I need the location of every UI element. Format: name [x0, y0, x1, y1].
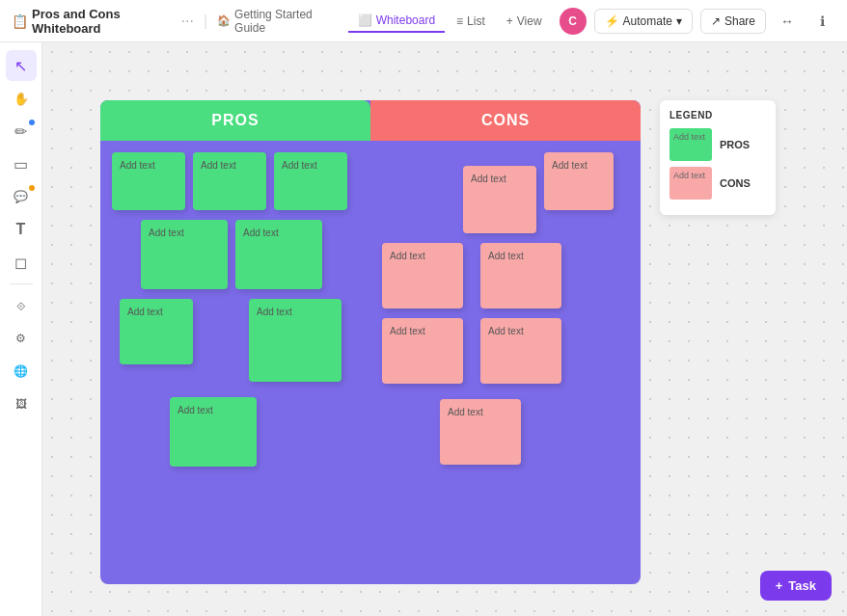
- pros-column: PROS Add text Add text Add text: [100, 100, 370, 584]
- cons-note-1[interactable]: Add text: [463, 166, 536, 233]
- automate-chevron: ▾: [676, 14, 682, 28]
- top-nav: 📋 Pros and Cons Whiteboard ··· | 🏠 Getti…: [0, 0, 847, 42]
- tab-whiteboard[interactable]: ⬜ Whiteboard: [348, 10, 445, 33]
- rect-icon: ▭: [14, 155, 28, 174]
- pros-note-7[interactable]: Add text: [249, 299, 342, 382]
- flow-icon: ⟐: [16, 297, 26, 314]
- cons-note-3[interactable]: Add text: [382, 243, 463, 308]
- legend-cons-label: CONS: [720, 177, 751, 189]
- avatar: C: [560, 8, 587, 35]
- pros-row1: Add text Add text Add text: [112, 152, 359, 210]
- share-icon: ↗: [711, 14, 721, 28]
- comment-dot: [29, 185, 35, 191]
- legend-pros-label: PROS: [720, 139, 750, 150]
- task-button[interactable]: + Task: [760, 571, 832, 601]
- eraser-icon: ◻: [14, 254, 27, 272]
- nav-right-actions: C ⚡ Automate ▾ ↗ Share ↔ ℹ: [560, 8, 835, 35]
- tab-list[interactable]: ≡ List: [447, 11, 495, 32]
- pros-body: Add text Add text Add text Add text: [100, 141, 370, 584]
- pros-row2: Add text Add text: [141, 220, 359, 289]
- legend-cons-box: Add text: [669, 167, 712, 200]
- tool-cursor[interactable]: ↖: [6, 50, 37, 81]
- cons-row1: Add text Add text: [382, 152, 629, 233]
- tool-rect[interactable]: ▭: [6, 148, 37, 179]
- tool-globe[interactable]: 🌐: [6, 356, 37, 387]
- comment-icon: 💬: [14, 190, 28, 203]
- breadcrumb-icon: 🏠: [217, 14, 231, 27]
- hand-icon: ✋: [14, 92, 29, 106]
- tool-eraser[interactable]: ◻: [6, 247, 37, 278]
- people-icon: ⚙: [15, 332, 26, 345]
- legend-title: LEGEND: [669, 110, 766, 121]
- pros-note-1[interactable]: Add text: [112, 152, 185, 210]
- pros-header: PROS: [100, 100, 370, 141]
- tool-hand[interactable]: ✋: [6, 83, 37, 114]
- list-icon: ≡: [456, 14, 463, 28]
- pros-note-3[interactable]: Add text: [274, 152, 347, 210]
- info-button[interactable]: ℹ: [808, 8, 835, 35]
- automate-icon: ⚡: [605, 14, 619, 28]
- nav-sep1: |: [204, 13, 207, 30]
- pros-note-4[interactable]: Add text: [141, 220, 228, 289]
- whiteboard-content: PROS Add text Add text Add text: [100, 100, 641, 584]
- task-plus-icon: +: [776, 578, 783, 593]
- app-title: 📋 Pros and Cons Whiteboard: [12, 7, 174, 36]
- share-button[interactable]: ↗ Share: [700, 9, 766, 34]
- pros-note-5[interactable]: Add text: [235, 220, 322, 289]
- cons-note-7[interactable]: Add text: [440, 399, 521, 465]
- legend-item-pros: Add text PROS: [669, 128, 766, 161]
- tool-image[interactable]: 🖼: [6, 388, 37, 419]
- text-icon: T: [16, 221, 26, 238]
- cons-column: CONS Add text Add text: [370, 100, 641, 584]
- pencil-dot: [29, 120, 35, 125]
- canvas-area[interactable]: PROS Add text Add text Add text: [42, 42, 847, 616]
- pros-row4: Add text: [170, 397, 359, 467]
- tool-flow[interactable]: ⟐: [6, 290, 37, 321]
- pros-note-2[interactable]: Add text: [193, 152, 266, 210]
- pros-note-8[interactable]: Add text: [170, 397, 257, 467]
- legend-pros-box: Add text: [669, 128, 712, 161]
- plus-icon: +: [506, 14, 513, 28]
- tool-comment[interactable]: 💬: [6, 181, 37, 212]
- automate-button[interactable]: ⚡ Automate ▾: [594, 9, 693, 34]
- cons-note-5[interactable]: Add text: [382, 318, 463, 384]
- tool-people[interactable]: ⚙: [6, 323, 37, 354]
- cons-note-2[interactable]: Add text: [544, 152, 614, 210]
- tool-text[interactable]: T: [6, 214, 37, 245]
- cons-row2: Add text Add text: [382, 243, 629, 308]
- image-icon: 🖼: [15, 397, 27, 411]
- cons-note-4[interactable]: Add text: [480, 243, 561, 308]
- left-sidebar: ↖ ✋ ✏ ▭ 💬 T ◻ ⟐ ⚙ 🌐: [0, 42, 42, 616]
- whiteboard-icon: ⬜: [358, 13, 372, 27]
- sidebar-sep: [10, 283, 33, 284]
- legend-item-cons: Add text CONS: [669, 167, 766, 200]
- pencil-icon: ✏: [14, 122, 27, 141]
- breadcrumb[interactable]: 🏠 Getting Started Guide: [217, 8, 333, 35]
- cons-header: CONS: [370, 100, 641, 141]
- cons-row3: Add text Add text: [382, 318, 629, 384]
- pros-row3: Add text Add text: [120, 299, 359, 382]
- pros-note-6[interactable]: Add text: [120, 299, 193, 364]
- page-icon: 📋: [12, 13, 28, 29]
- cons-note-6[interactable]: Add text: [480, 318, 561, 384]
- tab-view[interactable]: + View: [497, 11, 552, 32]
- expand-button[interactable]: ↔: [774, 8, 801, 35]
- title-menu-dots[interactable]: ···: [181, 13, 194, 30]
- cons-row4: Add text: [440, 399, 629, 465]
- cursor-icon: ↖: [14, 57, 27, 75]
- tool-pencil[interactable]: ✏: [6, 116, 37, 147]
- cons-body: Add text Add text Add text Add text: [370, 141, 641, 584]
- legend-box: LEGEND Add text PROS Add text CONS: [660, 100, 776, 215]
- nav-tabs: ⬜ Whiteboard ≡ List + View: [348, 10, 552, 33]
- main-layout: ↖ ✋ ✏ ▭ 💬 T ◻ ⟐ ⚙ 🌐: [0, 42, 847, 616]
- globe-icon: 🌐: [14, 364, 28, 378]
